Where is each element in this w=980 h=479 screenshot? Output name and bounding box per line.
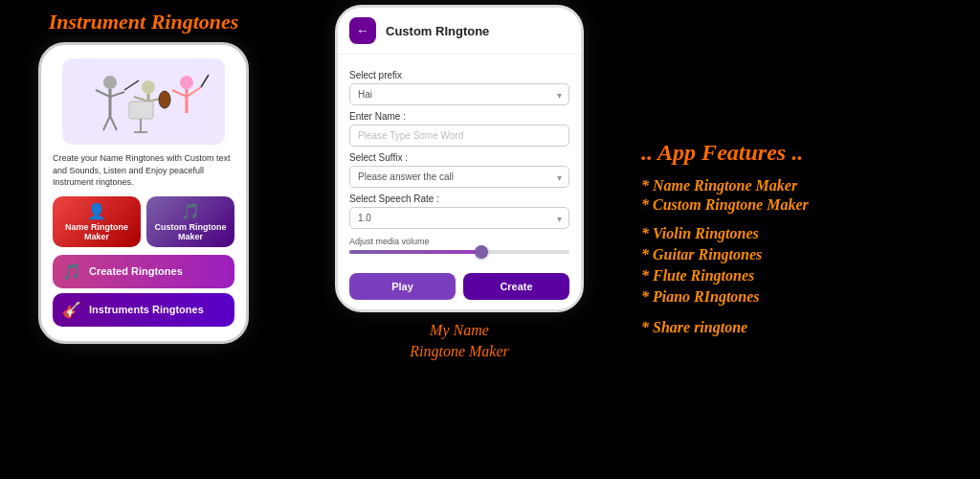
right-title: .. App Features .. xyxy=(641,140,961,166)
screen-header: ← Custom RIngtone xyxy=(338,8,581,55)
phone-mockup-left: Create your Name Ringtones with Custom t… xyxy=(38,42,249,344)
svg-point-1 xyxy=(103,76,117,89)
feature-1: * Name Ringtone Maker xyxy=(641,177,961,194)
feature-2: * Custom Ringtone Maker xyxy=(641,196,961,214)
name-input[interactable] xyxy=(349,125,569,147)
prefix-label: Select prefix xyxy=(349,70,569,80)
music-icon: 🎵 xyxy=(181,202,200,220)
name-ringtone-button[interactable]: 👤 Name Ringtone Maker xyxy=(53,196,141,247)
phone-screen: ← Custom RIngtone Select prefix Hai Ente… xyxy=(335,5,584,312)
suffix-select[interactable]: Please answer the call xyxy=(349,166,569,188)
instrument-icon: 🎸 xyxy=(62,301,81,319)
play-button[interactable]: Play xyxy=(349,273,456,300)
speech-select[interactable]: 1.0 xyxy=(349,207,569,229)
slider-thumb[interactable] xyxy=(475,245,488,259)
back-icon: ← xyxy=(356,23,369,38)
middle-panel: ← Custom RIngtone Select prefix Hai Ente… xyxy=(287,0,632,479)
create-button[interactable]: Create xyxy=(463,273,569,300)
name-btn-label: Name Ringtone Maker xyxy=(65,222,128,241)
custom-btn-label: Custom Ringtone Maker xyxy=(155,222,227,241)
volume-slider-container: Adjust media volume xyxy=(349,237,569,254)
back-button[interactable]: ← xyxy=(349,17,376,44)
svg-rect-18 xyxy=(129,102,153,119)
screen-body: Select prefix Hai Enter Name : Select Su… xyxy=(338,55,581,263)
svg-point-13 xyxy=(180,76,193,89)
suffix-label: Select Suffix : xyxy=(349,152,569,163)
feature-6: * Piano RIngtones xyxy=(641,288,961,306)
name-label: Enter Name : xyxy=(349,111,569,122)
created-ringtones-item[interactable]: 🎵 Created Ringtones xyxy=(53,255,234,288)
volume-label: Adjust media volume xyxy=(349,237,569,246)
custom-ringtone-button[interactable]: 🎵 Custom Ringtone Maker xyxy=(146,196,234,247)
feature-3: * Violin Ringtones xyxy=(641,225,961,242)
feature-7: * Share ringtone xyxy=(641,319,961,336)
screen-footer: Play Create xyxy=(338,263,581,309)
bottom-tagline: My Name Ringtone Maker xyxy=(410,320,509,363)
prefix-select-wrapper[interactable]: Hai xyxy=(349,83,569,105)
left-panel: Instrument Ringtones xyxy=(0,0,287,479)
created-icon: 🎵 xyxy=(62,262,81,281)
left-title: Instrument Ringtones xyxy=(49,10,239,34)
bottom-line2: Ringtone Maker xyxy=(410,341,509,362)
screen-title: Custom RIngtone xyxy=(386,24,489,38)
phone-illustration xyxy=(62,58,225,145)
svg-point-8 xyxy=(142,80,155,94)
slider-fill xyxy=(349,250,481,254)
phone-buttons: 👤 Name Ringtone Maker 🎵 Custom Ringtone … xyxy=(53,196,234,247)
person-icon: 👤 xyxy=(87,202,106,220)
slider-track[interactable] xyxy=(349,250,569,254)
speech-label: Select Speech Rate : xyxy=(349,194,569,204)
instruments-ringtones-item[interactable]: 🎸 Instruments Ringtones xyxy=(53,293,234,327)
suffix-select-wrapper[interactable]: Please answer the call xyxy=(349,166,569,188)
bottom-line1: My Name xyxy=(410,320,509,341)
feature-4: * Guitar Ringtones xyxy=(641,246,961,263)
svg-point-12 xyxy=(159,91,170,108)
feature-5: * Flute Ringtones xyxy=(641,267,961,285)
instruments-label: Instruments Ringtones xyxy=(89,304,204,315)
prefix-select[interactable]: Hai xyxy=(349,83,569,105)
created-label: Created Ringtones xyxy=(89,265,183,277)
phone-description: Create your Name Ringtones with Custom t… xyxy=(53,152,234,189)
right-panel: .. App Features .. * Name Ringtone Maker… xyxy=(632,0,980,479)
speech-select-wrapper[interactable]: 1.0 xyxy=(349,207,569,229)
